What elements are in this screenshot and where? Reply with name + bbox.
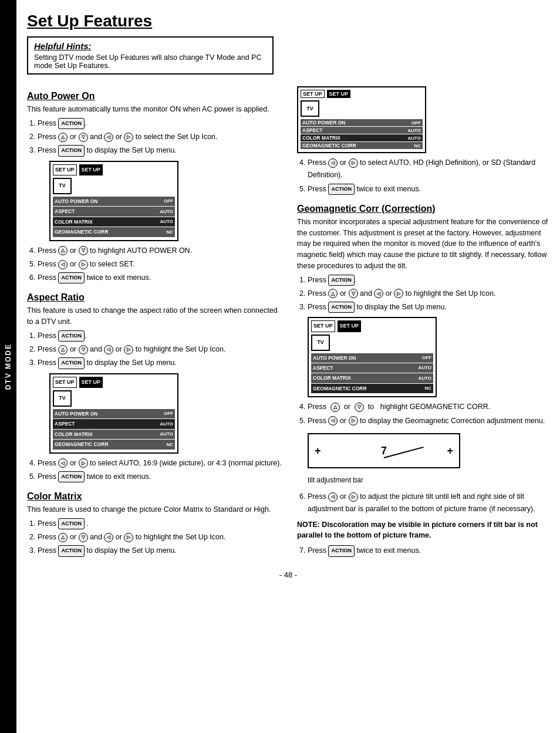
side-tab-label: DTV MODE bbox=[4, 343, 12, 390]
menu-tv-geo: TV bbox=[311, 335, 330, 351]
list-item: Press ACTION to display the Set Up menu.… bbox=[38, 144, 285, 241]
left-btn-4: ◁ bbox=[58, 458, 68, 468]
color-matrix-desc: This feature is used to change the pictu… bbox=[27, 504, 285, 515]
geo-note-text: NOTE: Discoloration may be visible in pi… bbox=[297, 521, 538, 540]
side-tab: DTV MODE bbox=[0, 0, 16, 733]
down-btn-2: ▽ bbox=[79, 246, 88, 255]
menu-item-colormatrix-geo: COLOR MATRIXAUTO bbox=[311, 373, 433, 383]
aspect-ratio-steps: Press ACTION. Press △ or ▽ and ◁ or ▷ to… bbox=[38, 330, 285, 483]
menu-header-1: SET UP SET UP bbox=[53, 164, 175, 175]
tilt-bar-left: + bbox=[315, 442, 321, 460]
geo-corr-desc: This monitor incorporates a special adju… bbox=[297, 217, 549, 272]
two-col-layout: Auto Power On This feature automatically… bbox=[27, 83, 549, 559]
menu-item-geo-r1: GEOMAGNETIC CORRNC bbox=[301, 142, 423, 149]
right-btn-g3: ▷ bbox=[349, 492, 358, 502]
helpful-hints-box: Helpful Hints: Setting DTV mode Set Up F… bbox=[27, 36, 274, 75]
right-btn-3: ▷ bbox=[124, 345, 133, 354]
menu-box-geo: SET UP SET UP TV AUTO POWER ONOFF ASPECT… bbox=[308, 317, 437, 397]
col-left: Auto Power On This feature automatically… bbox=[27, 83, 285, 559]
tilt-bar-label: tilt adjustment bar bbox=[308, 474, 549, 486]
up-btn-5: △ bbox=[58, 533, 68, 542]
menu-tv-2: TV bbox=[53, 390, 72, 407]
color-matrix-steps: Press ACTION . Press △ or ▽ and ◁ or ▷ t… bbox=[38, 518, 285, 558]
down-btn-3: ▽ bbox=[79, 345, 88, 354]
action-btn-4: ACTION bbox=[58, 330, 85, 342]
menu-item-apo: AUTO POWER ONOFF bbox=[53, 197, 175, 206]
down-btn-5: ▽ bbox=[79, 533, 88, 542]
menu-item-aspect-geo: ASPECTAUTO bbox=[311, 363, 433, 373]
action-btn-3: ACTION bbox=[58, 272, 85, 283]
list-item: Press ◁ or ▷ to display the Geomagnetic … bbox=[308, 415, 549, 487]
menu-header-r1: SET UP SET UP bbox=[301, 90, 423, 98]
list-item: Press △ or ▽ and ◁ or ▷ to highlight the… bbox=[308, 288, 549, 300]
up-btn-g2: △ bbox=[330, 403, 340, 412]
menu-item-aspect: ASPECTAUTO bbox=[53, 207, 175, 216]
menu-items-1: AUTO POWER ONOFF ASPECTAUTO COLOR MATRIX… bbox=[53, 197, 175, 237]
action-btn-2: ACTION bbox=[58, 145, 85, 156]
left-btn-5: ◁ bbox=[104, 533, 113, 542]
down-btn-g1: ▽ bbox=[349, 289, 358, 298]
menu-item-geo-geo: GEOMAGNETIC CORRNC bbox=[311, 384, 433, 393]
right-btn-r1: ▷ bbox=[349, 158, 358, 168]
right-btn-4: ▷ bbox=[79, 458, 88, 468]
geo-corr-title: Geomagnetic Corr (Correction) bbox=[297, 204, 549, 214]
auto-power-on-desc: This feature automatically turns the mon… bbox=[27, 104, 285, 115]
list-item: Press ◁ or ▷ to select AUTO, HD (High De… bbox=[308, 157, 549, 182]
list-item: Press △ or ▽ and ◁ or ▷ to highlight the… bbox=[38, 531, 285, 543]
left-btn-r1: ◁ bbox=[328, 158, 338, 168]
page-title: Set Up Features bbox=[27, 12, 549, 31]
menu-box-right-1: SET UP SET UP TV AUTO POWER ONOFF ASPECT… bbox=[297, 86, 426, 153]
list-item: Press △ or ▽ to highlight AUTO POWER ON. bbox=[38, 245, 285, 257]
action-btn-6: ACTION bbox=[58, 471, 85, 482]
list-item: Press △ or ▽ and ◁ or ▷ to select the Se… bbox=[38, 131, 285, 143]
left-btn-3: ◁ bbox=[104, 345, 113, 354]
geo-final-steps: Press ACTION twice to exit menus. bbox=[308, 545, 549, 557]
list-item: Press ACTION to display the Set Up menu.… bbox=[38, 357, 285, 453]
up-btn-2: △ bbox=[58, 246, 68, 255]
list-item: Press ACTION to display the Set Up menu. bbox=[38, 545, 285, 557]
down-btn: ▽ bbox=[79, 133, 88, 142]
list-item: Press ACTION twice to exit menus. bbox=[38, 272, 285, 284]
menu-item-aspect-2: ASPECTAUTO bbox=[53, 419, 175, 428]
action-btn-7: ACTION bbox=[58, 518, 85, 529]
tilt-bar-line bbox=[384, 447, 424, 458]
tilt-bar: + 7 + bbox=[308, 433, 460, 468]
left-btn-2: ◁ bbox=[58, 260, 68, 269]
menu-item-apo-2: AUTO POWER ONOFF bbox=[53, 409, 175, 418]
color-matrix-title: Color Matrix bbox=[27, 491, 285, 502]
list-item: Press ACTION. bbox=[308, 274, 549, 286]
aspect-ratio-desc: This feature is used to change the aspec… bbox=[27, 305, 285, 327]
page-number: - 48 - bbox=[27, 570, 549, 579]
menu-items-geo: AUTO POWER ONOFF ASPECTAUTO COLOR MATRIX… bbox=[311, 353, 433, 394]
up-btn-g1: △ bbox=[328, 289, 338, 298]
list-item: Press ◁ or ▷ to adjust the picture tilt … bbox=[308, 491, 549, 516]
menu-box-2: SET UP SET UP TV AUTO POWER ONOFF ASPECT… bbox=[49, 373, 178, 454]
menu-item-aspect-r1: ASPECTAUTO bbox=[301, 127, 423, 134]
menu-setup-inv-2: SET UP bbox=[79, 377, 103, 388]
tilt-bar-right: + bbox=[447, 442, 453, 460]
menu-item-apo-r1: AUTO POWER ONOFF bbox=[301, 119, 423, 126]
action-btn-5: ACTION bbox=[58, 357, 85, 369]
tilt-bar-middle: 7 bbox=[321, 442, 447, 460]
action-btn-r1: ACTION bbox=[328, 184, 355, 195]
right-btn-g1: ▷ bbox=[394, 289, 403, 298]
down-btn-g2: ▽ bbox=[355, 403, 364, 412]
color-matrix-right-steps: Press ◁ or ▷ to select AUTO, HD (High De… bbox=[308, 157, 549, 195]
aspect-ratio-title: Aspect Ratio bbox=[27, 292, 285, 303]
right-btn-2: ▷ bbox=[79, 260, 88, 269]
list-item: Press ACTION to display the Set Up menu.… bbox=[308, 301, 549, 397]
left-btn-g3: ◁ bbox=[328, 492, 338, 502]
menu-setup-plain: SET UP bbox=[53, 164, 77, 175]
helpful-hints-title: Helpful Hints: bbox=[34, 41, 266, 51]
left-btn-g1: ◁ bbox=[374, 289, 383, 298]
menu-item-apo-geo: AUTO POWER ONOFF bbox=[311, 353, 433, 363]
col-right: SET UP SET UP TV AUTO POWER ONOFF ASPECT… bbox=[297, 83, 549, 559]
right-btn-5: ▷ bbox=[124, 533, 133, 542]
menu-setup-inv: SET UP bbox=[79, 164, 103, 175]
list-item: Press ◁ or ▷ to select AUTO, 16:9 (wide … bbox=[38, 457, 285, 469]
menu-setup-plain-r1: SET UP bbox=[301, 90, 325, 98]
list-item: Press △ or ▽ to highlight GEOMAGNETIC CO… bbox=[308, 401, 549, 413]
menu-tv-1: TV bbox=[53, 178, 72, 194]
main-content: Set Up Features Helpful Hints: Setting D… bbox=[16, 0, 560, 733]
menu-header-2: SET UP SET UP bbox=[53, 377, 175, 388]
